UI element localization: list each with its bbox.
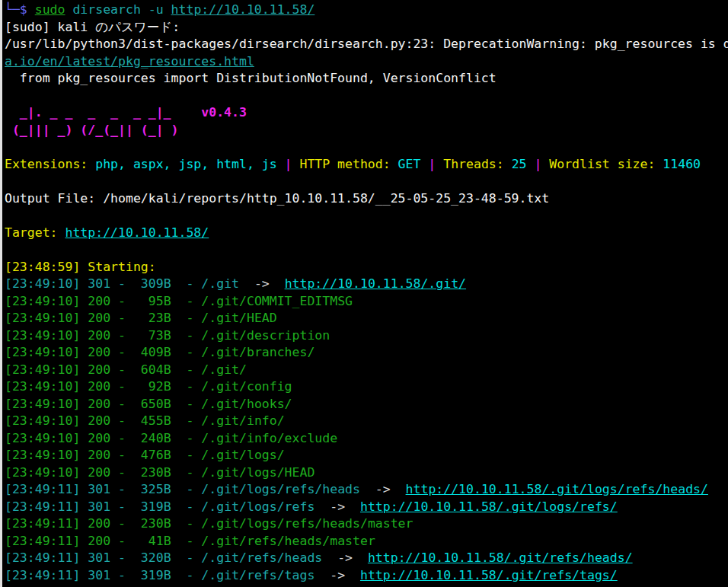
result-timestamp: 23:49:10 [12,397,72,411]
result-path: /.git/info/exclude [201,431,337,445]
dash-separator: - [171,311,202,325]
result-row: [23:49:10] 200 - 240B - /.git/info/exclu… [5,430,728,448]
result-timestamp: 23:49:10 [12,328,72,343]
result-row: [23:49:10] 200 - 23B - /.git/HEAD [5,310,728,327]
result-path: /.git/logs/refs/heads [201,482,360,496]
dirsearch-banner-line2: (_||| _) (/_(_|| (_| ) [5,122,728,139]
target-line: Target: http://10.10.11.58/ [5,225,728,242]
dash-separator: - [110,482,133,496]
open-bracket: [ [5,276,12,291]
dash-separator: - [171,294,202,308]
result-size: 309B [133,276,171,291]
result-path: /.git/refs/heads/master [201,534,375,548]
redirect-url[interactable]: http://10.10.11.58/.git/refs/tags/ [360,568,618,582]
dash-separator: - [171,568,202,582]
terminal-window[interactable]: └─$ sudo dirsearch -u http://10.10.11.58… [0,0,728,587]
result-timestamp: 23:49:10 [12,465,72,480]
result-status-code: 200 [88,345,110,359]
result-timestamp: 23:49:10 [12,379,72,394]
redirect-arrow: -> [322,550,368,565]
dash-separator: - [171,379,202,394]
close-bracket: ] [72,276,88,291]
banner-art-top: _|. _ _ _ _ _ _|_ [5,105,171,120]
result-row: [23:49:10] 200 - 455B - /.git/info/ [5,413,728,430]
result-size: 604B [133,362,171,377]
extensions-label: Extensions: [5,157,95,171]
redirect-url[interactable]: http://10.10.11.58/.git/logs/refs/heads/ [406,482,708,496]
redirect-arrow: -> [315,568,360,582]
dash-separator: - [110,345,133,359]
result-row: [23:49:10] 200 - 95B - /.git/COMMIT_EDIT… [5,293,728,311]
close-bracket: ] [72,550,88,565]
dash-separator: - [110,328,133,343]
result-timestamp: 23:49:11 [12,516,72,531]
result-path: /.git/config [201,379,292,394]
dash-separator: - [110,465,133,480]
result-timestamp: 23:49:11 [12,550,72,565]
dash-separator: - [110,311,133,325]
dirsearch-banner-line1: _|. _ _ _ _ _ _|_ v0.4.3 [5,104,728,122]
version-label: v0.4.3 [171,105,247,120]
dash-separator: - [110,413,133,428]
close-bracket: ] [72,397,88,411]
command-target-url[interactable]: http://10.10.11.58/ [171,2,315,17]
result-size: 41B [133,534,171,548]
result-status-code: 301 [88,550,110,565]
threads-label: Threads: [443,157,511,171]
dash-separator: - [110,568,133,582]
result-status-code: 200 [88,379,110,394]
redirect-url[interactable]: http://10.10.11.58/.git/refs/heads/ [368,550,633,565]
result-timestamp: 23:49:10 [12,311,72,325]
prompt-line: └─$ sudo dirsearch -u http://10.10.11.58… [5,2,728,19]
dash-separator: - [110,276,133,291]
result-timestamp: 23:49:10 [12,413,72,428]
extensions-value: php, aspx, jsp, html, js [95,157,276,171]
result-row: [23:49:11] 301 - 320B - /.git/refs/heads… [5,550,728,567]
result-size: 230B [133,516,171,531]
separator: | [277,157,300,171]
open-bracket: [ [5,328,12,343]
result-path: /.git/refs/heads [201,550,322,565]
result-row: [23:49:10] 301 - 309B - /.git -> http://… [5,276,728,293]
redirect-arrow: -> [315,499,360,514]
http-method-label: HTTP method: [299,157,398,171]
close-bracket: ] [72,465,88,480]
result-status-code: 200 [88,362,110,377]
target-label: Target: [5,225,65,240]
prompt-symbol: └─$ [5,2,35,17]
result-timestamp: 23:49:11 [12,499,72,514]
pkg-resources-url-line: a.io/en/latest/pkg_resources.html [5,53,728,71]
redirect-arrow: -> [239,276,285,291]
pkg-resources-url[interactable]: a.io/en/latest/pkg_resources.html [5,54,254,69]
dash-separator: - [110,362,133,377]
scan-config-line: Extensions: php, aspx, jsp, html, js | H… [5,156,728,174]
dash-separator: - [171,397,202,411]
result-path: /.git/logs/refs [201,499,315,514]
redirect-url[interactable]: http://10.10.11.58/.git/logs/refs/ [360,499,618,514]
result-status-code: 200 [88,431,110,445]
import-warning-line: from pkg_resources import DistributionNo… [5,70,728,88]
result-row: [23:49:10] 200 - 230B - /.git/logs/HEAD [5,464,728,482]
result-status-code: 200 [88,397,110,411]
open-bracket: [ [5,431,12,445]
result-timestamp: 23:49:10 [12,276,72,291]
dash-separator: - [171,345,202,359]
open-bracket: [ [5,397,12,411]
command-args: dirsearch -u [65,2,171,17]
blank-line [5,88,728,105]
dash-separator: - [171,534,202,548]
close-bracket: ] [72,431,88,445]
dash-separator: - [171,482,202,496]
dash-separator: - [171,465,202,480]
dash-separator: - [110,448,133,462]
result-row: [23:49:11] 301 - 325B - /.git/logs/refs/… [5,481,728,499]
close-bracket: ] [72,294,88,308]
dash-separator: - [171,362,202,377]
result-size: 320B [133,550,171,565]
result-size: 455B [133,413,171,428]
target-url[interactable]: http://10.10.11.58/ [65,225,209,240]
blank-line [5,241,728,259]
open-bracket: [ [5,294,12,308]
close-bracket: ] [72,448,88,462]
redirect-url[interactable]: http://10.10.11.58/.git/ [285,276,466,291]
